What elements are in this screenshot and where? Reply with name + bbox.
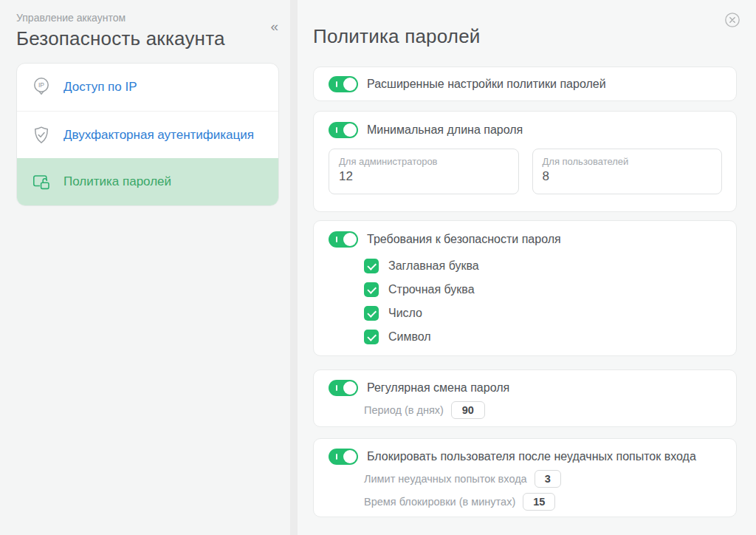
requirement-row-number: Число — [364, 304, 721, 322]
rotation-period-label: Период (в днях) — [364, 404, 444, 416]
requirement-label: Заглавная буква — [388, 259, 479, 273]
toggle-knob — [343, 450, 357, 463]
requirement-row-uppercase: Заглавная буква — [364, 257, 721, 275]
rotation-label: Регулярная смена пароля — [367, 381, 509, 395]
svg-text:IP: IP — [38, 81, 44, 89]
requirement-row-lowercase: Строчная буква — [364, 281, 721, 299]
users-min-length-field[interactable]: Для пользователей — [532, 149, 723, 194]
rotation-period-input[interactable] — [451, 401, 485, 419]
toggle-knob — [343, 123, 357, 137]
advanced-settings-toggle[interactable] — [329, 76, 358, 92]
card-password-rotation: Регулярная смена пароля Период (в днях) — [313, 369, 737, 427]
toggle-knob — [343, 78, 357, 91]
checkbox-checked-icon[interactable] — [364, 306, 379, 321]
panel-divider-scrollbar[interactable] — [290, 0, 298, 535]
checkbox-checked-icon[interactable] — [364, 282, 379, 297]
requirements-label: Требования к безопасности пароля — [367, 233, 561, 246]
lockout-toggle[interactable] — [329, 449, 358, 465]
users-min-length-field-label: Для пользователей — [543, 156, 712, 167]
sidebar-item-password-policy[interactable]: Политика паролей — [17, 158, 278, 205]
sidebar-item-label: Двухфакторная аутентификация — [63, 128, 254, 143]
card-login-lockout: Блокировать пользователя после неудачных… — [313, 438, 737, 517]
password-policy-panel: Политика паролей Расширенные настройки п… — [298, 0, 756, 535]
lockout-duration-label: Время блокировки (в минутах) — [364, 496, 515, 508]
card-password-requirements: Требования к безопасности пароля Заглавн… — [313, 220, 737, 356]
sidebar-item-label: Политика паролей — [63, 174, 171, 189]
admin-min-length-field[interactable]: Для администраторов — [329, 149, 519, 194]
requirement-row-symbol: Символ — [364, 328, 721, 346]
lockout-attempts-label: Лимит неудачных попыток входа — [364, 473, 527, 485]
advanced-settings-label: Расширенные настройки политики паролей — [367, 78, 606, 91]
rotation-toggle[interactable] — [329, 380, 358, 396]
page-title: Политика паролей — [313, 25, 481, 48]
sidebar: Управление аккаунтом Безопасность аккаун… — [0, 0, 290, 535]
admin-min-length-input[interactable] — [339, 169, 509, 184]
checkbox-checked-icon[interactable] — [364, 259, 379, 273]
min-length-toggle[interactable] — [329, 122, 358, 138]
users-min-length-input[interactable] — [543, 169, 712, 184]
account-security-window: Управление аккаунтом Безопасность аккаун… — [0, 0, 756, 535]
card-advanced-settings: Расширенные настройки политики паролей — [313, 67, 737, 101]
requirement-label: Число — [388, 307, 422, 320]
lockout-label: Блокировать пользователя после неудачных… — [367, 450, 696, 463]
min-length-label: Минимальная длина пароля — [367, 123, 523, 137]
requirement-label: Символ — [388, 330, 431, 344]
collapse-sidebar-icon[interactable]: « — [270, 19, 278, 33]
sidebar-item-two-factor[interactable]: Двухфакторная аутентификация — [17, 111, 278, 158]
checkbox-checked-icon[interactable] — [364, 330, 379, 344]
requirements-toggle[interactable] — [329, 231, 358, 248]
sidebar-item-ip-access[interactable]: IP Доступ по IP — [17, 64, 278, 111]
password-policy-icon — [30, 171, 52, 193]
toggle-knob — [343, 233, 357, 246]
toggle-knob — [343, 381, 357, 395]
lockout-duration-input[interactable] — [523, 493, 555, 511]
requirement-label: Строчная буква — [388, 283, 475, 296]
close-icon[interactable] — [724, 12, 740, 28]
ip-pin-icon: IP — [30, 76, 52, 98]
admin-min-length-field-label: Для администраторов — [339, 156, 509, 167]
sidebar-nav: IP Доступ по IP Двухфакторная аутентифик… — [16, 63, 279, 206]
shield-check-icon — [30, 124, 52, 146]
sidebar-item-label: Доступ по IP — [63, 80, 137, 95]
lockout-attempts-input[interactable] — [535, 470, 561, 488]
sidebar-title: Безопасность аккаунта — [16, 27, 279, 50]
sidebar-eyebrow: Управление аккаунтом — [16, 12, 279, 24]
card-min-password-length: Минимальная длина пароля Для администрат… — [313, 111, 737, 212]
